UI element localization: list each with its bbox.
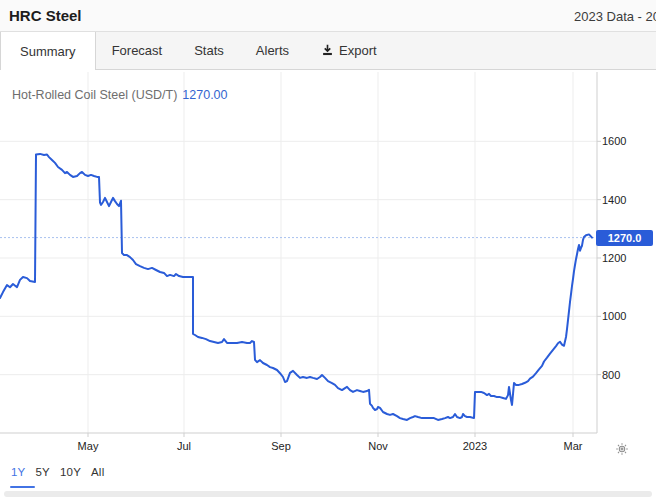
y-axis-tick-label: 800	[602, 369, 642, 381]
x-axis-tick-label: May	[66, 440, 110, 452]
chart-series-name: Hot-Rolled Coil Steel (USD/T)	[12, 88, 177, 102]
active-range-underline	[10, 486, 35, 488]
x-axis-tick-label: Jul	[162, 440, 206, 452]
bottom-scrollbar[interactable]	[4, 491, 652, 497]
y-axis-tick-label: 1200	[602, 252, 642, 264]
range-option-all[interactable]: All	[91, 466, 104, 478]
y-axis-tick-label: 1400	[602, 194, 642, 206]
range-option-1y[interactable]: 1Y	[11, 466, 25, 478]
range-option-10y[interactable]: 10Y	[60, 466, 81, 478]
x-axis-tick-label: Mar	[551, 440, 595, 452]
range-selector: 1Y 5Y 10Y All	[11, 466, 104, 478]
range-option-5y[interactable]: 5Y	[35, 466, 49, 478]
y-axis-tick-label: 1000	[602, 310, 642, 322]
hrc-steel-app: HRC Steel 2023 Data - 20 Summary Forecas…	[0, 0, 656, 500]
x-axis-tick-label: Sep	[259, 440, 303, 452]
x-axis-tick-label: Nov	[356, 440, 400, 452]
y-axis-tick-label: 1600	[602, 135, 642, 147]
price-chart-plot[interactable]	[0, 0, 656, 500]
chart-current-value: 1270.00	[182, 88, 227, 102]
gear-icon[interactable]	[615, 442, 629, 456]
current-price-tag: 1270.0	[596, 230, 653, 246]
price-line	[0, 154, 592, 420]
x-axis-tick-label: 2023	[453, 440, 497, 452]
chart-title: Hot-Rolled Coil Steel (USD/T)1270.00	[12, 88, 228, 102]
